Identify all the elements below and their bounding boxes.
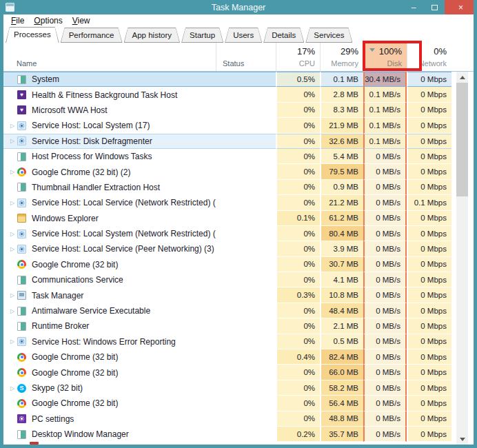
expand-caret-icon[interactable]: ▷: [8, 338, 17, 345]
expand-caret-icon[interactable]: ▷: [8, 200, 17, 206]
table-row[interactable]: ♥Health & Fitness Background Task Host0%…: [3, 87, 474, 102]
tab-app-history[interactable]: App history: [124, 28, 181, 43]
table-row[interactable]: ▷Service Host: Local Service (Network Re…: [3, 195, 474, 210]
table-row[interactable]: Host Process for Windows Tasks0%5.4 MB0 …: [3, 149, 474, 164]
heart-icon: ♥: [17, 105, 26, 114]
window-bottom-edge: [3, 445, 474, 447]
process-name: Thumbnail Handler Extraction Host: [32, 183, 160, 192]
process-name: Health & Fitness Background Task Host: [32, 90, 177, 100]
column-header-status[interactable]: Status: [216, 43, 276, 71]
table-row[interactable]: ▷SSkype (32 bit)0%58.2 MB0 MB/s0 Mbps: [3, 380, 474, 396]
clipped-process-icon: [30, 442, 39, 445]
scroll-up-button[interactable]: [456, 72, 468, 83]
expand-caret-icon[interactable]: ▷: [8, 385, 17, 391]
status-cell: [216, 149, 276, 164]
process-name: Host Process for Windows Tasks: [32, 152, 152, 161]
mem-value-cell: 61.2 MB: [320, 211, 363, 226]
tab-services[interactable]: Services: [305, 28, 352, 43]
column-header-memory[interactable]: 29% Memory: [320, 43, 363, 71]
expand-caret-icon[interactable]: ▷: [8, 292, 17, 298]
mem-value-cell: 30.7 MB: [320, 257, 363, 272]
tab-startup[interactable]: Startup: [181, 28, 223, 43]
mem-value-cell: 48.4 MB: [320, 303, 363, 318]
disk-value-cell: 0 MB/s: [363, 380, 407, 396]
tab-details[interactable]: Details: [263, 28, 304, 43]
table-row[interactable]: ▷Google Chrome (32 bit) (2)0%79.5 MB0 MB…: [3, 164, 474, 179]
table-row[interactable]: ▷Service Host: Local Service (Peer Netwo…: [3, 241, 474, 256]
vertical-scrollbar[interactable]: [456, 72, 468, 445]
table-row[interactable]: Desktop Window Manager0.2%35.7 MB0 MB/s0…: [3, 427, 474, 442]
table-row[interactable]: ▷Task Manager0.3%10.8 MB0 MB/s0 Mbps: [3, 287, 474, 303]
tab-processes[interactable]: Processes: [6, 27, 59, 43]
mem-value-cell: 10.8 MB: [320, 287, 363, 303]
mem-value-cell: 4.1 MB: [320, 272, 363, 287]
expand-caret-icon[interactable]: ▷: [8, 308, 17, 314]
disk-value-cell: 0 MB/s: [363, 287, 407, 303]
cpu-value-cell: 0%: [276, 365, 320, 380]
net-value-cell: 0 Mbps: [407, 103, 451, 118]
close-button[interactable]: ×: [445, 0, 477, 14]
tab-users[interactable]: Users: [225, 28, 262, 43]
table-row[interactable]: Google Chrome (32 bit)0%30.7 MB0 MB/s0 M…: [3, 257, 474, 272]
process-name-cell: Runtime Broker: [3, 318, 216, 334]
minimize-icon: –: [412, 3, 416, 12]
table-row[interactable]: ▷Antimalware Service Executable0%48.4 MB…: [3, 303, 474, 318]
menu-item-options[interactable]: Options: [29, 16, 67, 26]
column-header-network[interactable]: 0% Network: [407, 43, 451, 71]
scroll-down-button[interactable]: [456, 434, 468, 445]
expand-caret-icon[interactable]: ▷: [8, 138, 17, 144]
table-row[interactable]: Google Chrome (32 bit)0.4%82.4 MB0 MB/s0…: [3, 349, 474, 365]
menu-item-view[interactable]: View: [68, 16, 95, 26]
title-bar: Task Manager – ×: [0, 0, 477, 14]
expand-caret-icon[interactable]: ▷: [8, 123, 17, 129]
table-row[interactable]: PC settings0%48.8 MB0 MB/s0 Mbps: [3, 411, 474, 427]
process-name-cell: Thumbnail Handler Extraction Host: [3, 180, 216, 195]
minimize-button[interactable]: –: [403, 0, 424, 14]
column-header-disk[interactable]: 100% Disk: [363, 43, 407, 71]
table-row[interactable]: System0.5%0.1 MB30.4 MB/s0 Mbps: [3, 72, 474, 87]
cpu-value-cell: 0%: [276, 87, 320, 102]
table-row[interactable]: ▷Service Host: Windows Error Reporting0%…: [3, 334, 474, 349]
table-row[interactable]: Windows Explorer0.1%61.2 MB0 MB/s0 Mbps: [3, 211, 474, 226]
column-header-name[interactable]: Name: [3, 43, 216, 71]
process-name-cell: Communications Service: [3, 272, 216, 287]
process-name-cell: ▷Task Manager: [3, 287, 216, 303]
process-name-cell: Google Chrome (32 bit): [3, 257, 216, 272]
table-row[interactable]: Google Chrome (32 bit)0%56.4 MB0 MB/s0 M…: [3, 396, 474, 411]
column-header-cpu[interactable]: 17% CPU: [276, 43, 320, 71]
scrollbar-thumb[interactable]: [456, 83, 468, 196]
maximize-button[interactable]: [424, 0, 445, 14]
table-row[interactable]: Thumbnail Handler Extraction Host0%0.9 M…: [3, 180, 474, 195]
table-row[interactable]: Google Chrome (32 bit)0%66.0 MB0 MB/s0 M…: [3, 365, 474, 380]
mem-value-cell: 3.9 MB: [320, 241, 363, 256]
process-name: Google Chrome (32 bit): [32, 368, 118, 378]
table-header: Name Status 17% CPU 29% Memory 100% Disk…: [3, 43, 474, 72]
process-name-cell: Google Chrome (32 bit): [3, 349, 216, 365]
process-name: Windows Explorer: [32, 214, 99, 223]
disk-value-cell: 0.1 MB/s: [363, 118, 407, 133]
status-cell: [216, 349, 276, 365]
disk-value-cell: 0 MB/s: [363, 226, 407, 241]
expand-caret-icon[interactable]: ▷: [8, 246, 17, 252]
process-name: Runtime Broker: [32, 321, 89, 331]
process-name: Service Host: Disk Defragmenter: [32, 136, 152, 146]
disk-value-cell: 0.1 MB/s: [363, 87, 407, 102]
table-row[interactable]: ▷Service Host: Disk Defragmenter0%32.6 M…: [3, 134, 474, 149]
expand-caret-icon[interactable]: ▷: [8, 231, 17, 237]
net-value-cell: 0 Mbps: [407, 365, 451, 380]
table-row[interactable]: ▷Service Host: Local System (Network Res…: [3, 226, 474, 241]
process-name: Desktop Window Manager: [32, 429, 129, 439]
status-cell: [216, 103, 276, 118]
cpu-value-cell: 0%: [276, 226, 320, 241]
status-cell: [216, 287, 276, 303]
table-row[interactable]: Communications Service0%4.1 MB0 MB/s0 Mb…: [3, 272, 474, 287]
tab-performance[interactable]: Performance: [61, 28, 123, 43]
process-name: Task Manager: [32, 291, 83, 301]
table-row[interactable]: Runtime Broker0%2.1 MB0 MB/s0 Mbps: [3, 318, 474, 334]
process-name: System: [32, 74, 59, 84]
menu-item-file[interactable]: File: [6, 16, 29, 26]
table-row[interactable]: ♥Microsoft WWA Host0%8.3 MB0.1 MB/s0 Mbp…: [3, 103, 474, 118]
table-row[interactable]: ▷Service Host: Local System (17)0%21.9 M…: [3, 118, 474, 133]
expand-caret-icon[interactable]: ▷: [8, 169, 17, 175]
process-name: Antimalware Service Executable: [32, 306, 150, 316]
